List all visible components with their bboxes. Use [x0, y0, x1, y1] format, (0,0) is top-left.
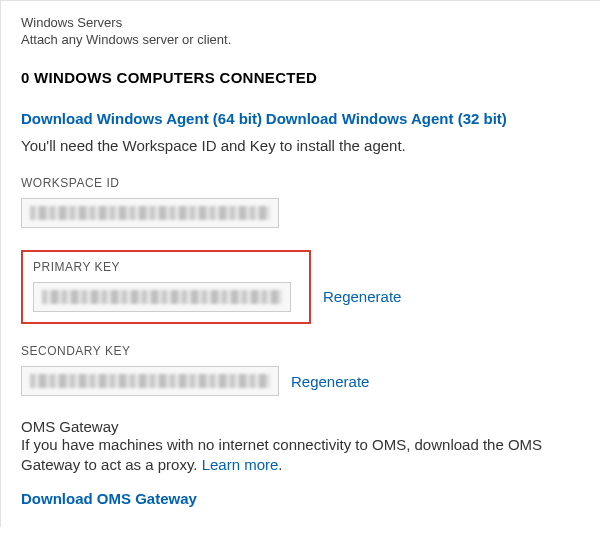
workspace-id-row — [21, 198, 580, 228]
workspace-id-value[interactable] — [21, 198, 279, 228]
secondary-key-label: SECONDARY KEY — [21, 344, 580, 358]
redacted-text — [42, 290, 282, 304]
gateway-desc-suffix: . — [278, 456, 282, 473]
connected-heading: 0 WINDOWS COMPUTERS CONNECTED — [21, 69, 580, 86]
section-title: Windows Servers — [21, 15, 580, 30]
download-links-row: Download Windows Agent (64 bit) Download… — [21, 110, 580, 127]
secondary-key-regenerate-link[interactable]: Regenerate — [291, 373, 369, 390]
settings-pane: Windows Servers Attach any Windows serve… — [0, 0, 600, 527]
secondary-key-row: Regenerate — [21, 366, 580, 396]
primary-key-regenerate-link[interactable]: Regenerate — [323, 288, 401, 305]
redacted-text — [30, 374, 270, 388]
gateway-desc: If you have machines with no internet co… — [21, 435, 580, 476]
primary-key-value[interactable] — [33, 282, 291, 312]
section-subtitle: Attach any Windows server or client. — [21, 32, 580, 47]
primary-key-highlight: PRIMARY KEY — [21, 250, 311, 324]
download-oms-gateway-link[interactable]: Download OMS Gateway — [21, 490, 197, 507]
primary-key-row — [33, 282, 299, 312]
learn-more-link[interactable]: Learn more — [202, 456, 279, 473]
workspace-id-label: WORKSPACE ID — [21, 176, 580, 190]
redacted-text — [30, 206, 270, 220]
secondary-key-value[interactable] — [21, 366, 279, 396]
install-note: You'll need the Workspace ID and Key to … — [21, 137, 580, 154]
gateway-title: OMS Gateway — [21, 418, 580, 435]
download-agent-32-link[interactable]: Download Windows Agent (32 bit) — [266, 110, 507, 127]
primary-key-label: PRIMARY KEY — [33, 260, 299, 274]
download-agent-64-link[interactable]: Download Windows Agent (64 bit) — [21, 110, 262, 127]
